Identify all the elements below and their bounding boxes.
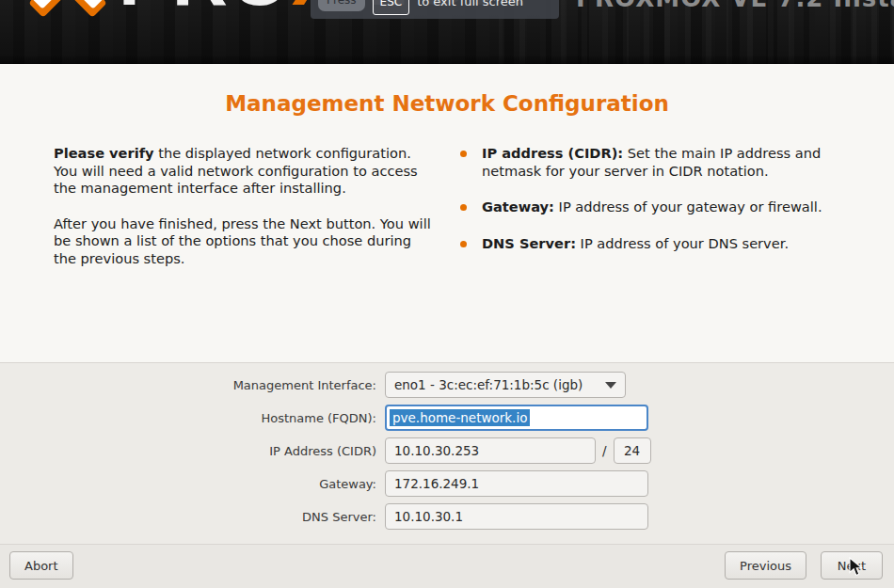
hostname-input[interactable]: pve.home-network.io — [385, 405, 648, 431]
bullet-icon — [460, 241, 467, 247]
list-item: DNS Server: IP address of your DNS serve… — [453, 235, 848, 253]
previous-button[interactable]: Previous — [725, 551, 806, 580]
dns-server-label: DNS Server: — [0, 510, 385, 524]
list-item: IP address (CIDR): Set the main IP addre… — [453, 145, 848, 180]
field-descriptions-list: IP address (CIDR): Set the main IP addre… — [453, 145, 848, 286]
list-item: Gateway: IP address of your gateway or f… — [453, 199, 848, 216]
installer-screen: PROXMOX PROXMOX VE 7.2 Installer Press E… — [0, 0, 894, 588]
proxmox-x-logo-icon — [26, 0, 109, 19]
hostname-selected-text: pve.home-network.io — [390, 409, 530, 426]
management-interface-select[interactable]: eno1 - 3c:ec:ef:71:1b:5c (igb) — [385, 372, 626, 398]
installer-title: PROXMOX VE 7.2 Installer — [576, 0, 894, 12]
gateway-input[interactable] — [385, 470, 648, 497]
mouse-cursor-icon — [849, 557, 866, 578]
content-area: Management Network Configuration Please … — [0, 64, 894, 362]
fullscreen-exit-notice: Press ESC to exit full screen — [311, 0, 559, 19]
footer-bar: Abort Previous Next — [0, 544, 894, 588]
esc-key-icon: ESC — [373, 0, 410, 15]
instructions-paragraph-1: Please verify the displayed network conf… — [54, 145, 434, 198]
management-interface-label: Management Interface: — [0, 378, 385, 392]
gateway-label: Gateway: — [0, 477, 385, 491]
abort-button[interactable]: Abort — [9, 551, 73, 580]
dns-server-input[interactable] — [385, 503, 648, 530]
fullscreen-exit-text: to exit full screen — [417, 0, 523, 11]
hostname-row: Hostname (FQDN): pve.home-network.io — [0, 405, 894, 431]
dns-server-row: DNS Server: — [0, 503, 894, 530]
network-config-form: Management Interface: eno1 - 3c:ec:ef:71… — [0, 362, 894, 544]
cidr-input[interactable] — [614, 437, 651, 464]
installer-header-banner: PROXMOX PROXMOX VE 7.2 Installer Press E… — [0, 0, 894, 64]
page-title: Management Network Configuration — [0, 64, 894, 116]
instructions-paragraph-2: After you have finished, press the Next … — [54, 215, 434, 268]
ip-address-label: IP Address (CIDR) — [0, 444, 385, 458]
hostname-label: Hostname (FQDN): — [0, 411, 385, 425]
bullet-icon — [460, 151, 467, 157]
management-interface-value: eno1 - 3c:ec:ef:71:1b:5c (igb) — [394, 377, 583, 392]
management-interface-row: Management Interface: eno1 - 3c:ec:ef:71… — [0, 372, 894, 398]
instructions-text: Please verify the displayed network conf… — [54, 145, 434, 286]
press-label: Press — [318, 0, 365, 11]
chevron-down-icon — [605, 382, 616, 389]
gateway-row: Gateway: — [0, 470, 894, 497]
ip-address-input[interactable] — [385, 437, 596, 464]
ip-address-row: IP Address (CIDR) / — [0, 437, 894, 464]
cidr-separator: / — [602, 443, 607, 458]
bullet-icon — [460, 204, 467, 211]
